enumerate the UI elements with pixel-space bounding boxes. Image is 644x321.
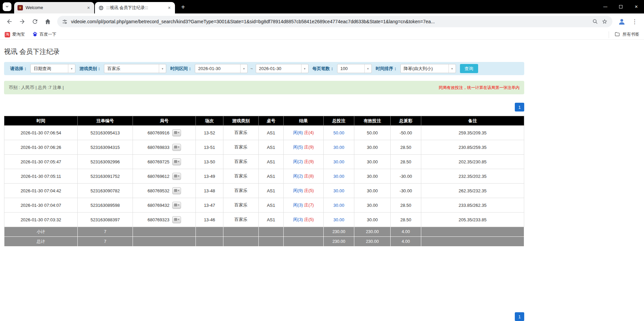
valid-bet: 50.00 [354, 126, 391, 140]
payout: 28.50 [391, 213, 421, 227]
valid-bet: 30.00 [354, 184, 391, 198]
page-1-button[interactable]: 1 [515, 103, 524, 111]
session-no: 13-47 [196, 198, 223, 213]
payout: 28.50 [391, 155, 421, 169]
globe-icon [98, 5, 104, 10]
round-cell: 680769916 [133, 126, 196, 140]
bookmark-star-icon[interactable] [602, 19, 608, 25]
page-1-button-bottom[interactable]: 1 [515, 312, 524, 321]
result-cell: 闲(9) 庄(5) [284, 184, 324, 198]
table-row: 2026-01-30 07:05:47 523163092996 6807697… [4, 155, 524, 169]
tab-welcome[interactable]: ♛ Welcome × [14, 2, 94, 13]
forward-button[interactable] [16, 15, 28, 28]
video-replay-button[interactable] [172, 202, 181, 209]
tab-betrecord[interactable]: :::视讯 会员下注纪录::: × [95, 2, 175, 13]
bet-time: 2026-01-30 07:05:47 [4, 155, 78, 169]
close-tab-icon[interactable]: × [166, 5, 172, 11]
query-type-select[interactable]: 日期查询 ▾ [30, 64, 75, 73]
total-row: 总计 7 230.00 230.00 4.00 [4, 237, 524, 247]
round-cell: 680769432 [133, 198, 196, 213]
close-window-button[interactable]: ✕ [629, 0, 644, 13]
note: 205.35/233.85 [421, 213, 524, 227]
bookmark-baidu[interactable]: 百度一下 [32, 31, 57, 38]
video-replay-button[interactable] [172, 129, 181, 136]
address-bar[interactable]: videoie.com/ipl/portal.php/game/betrecor… [57, 16, 612, 27]
result-cell: 闲(6) 庄(4) [284, 126, 324, 140]
total-bet-link[interactable]: 30.00 [333, 188, 345, 193]
video-replay-button[interactable] [172, 187, 181, 194]
round-cell: 680769612 [133, 169, 196, 184]
bookmark-taobao[interactable]: 淘 爱淘宝 [5, 32, 25, 37]
total-bet-link[interactable]: 30.00 [333, 203, 345, 208]
banker-result: 庄(5) [304, 217, 314, 222]
video-replay-button[interactable] [172, 216, 181, 223]
video-replay-button[interactable] [172, 144, 181, 151]
close-tab-icon[interactable]: × [85, 5, 92, 11]
table-row: 2026-01-30 07:06:54 523163095413 6807699… [4, 126, 524, 140]
video-camera-icon [174, 203, 179, 208]
new-tab-button[interactable]: + [178, 2, 188, 12]
bet-records-table: 时间 注单编号 局号 场次 游戏类别 桌号 结果 总投注 有效投注 总派彩 备注… [4, 116, 524, 247]
round-cell: 680769725 [133, 155, 196, 169]
game-type: 百家乐 [223, 169, 259, 184]
minimize-button[interactable]: — [598, 0, 613, 13]
total-bet-link[interactable]: 30.00 [333, 217, 345, 222]
sort-value: 降幂(由大到小) [401, 66, 449, 72]
bet-time: 2026-01-30 07:06:54 [4, 126, 78, 140]
round-id: 680769725 [147, 159, 169, 164]
total-bet-link[interactable]: 30.00 [333, 174, 345, 179]
date-from-select[interactable]: 2026-01-30 ▾ [195, 64, 248, 73]
search-button[interactable]: 查询 [460, 64, 478, 73]
all-bookmarks-button[interactable]: 所有书签 [609, 31, 639, 38]
table-no: AS1 [259, 184, 284, 198]
currency-summary-text: 币别 : 人民币 | 总共 :7 注单 | [9, 85, 64, 91]
reload-button[interactable] [29, 15, 41, 28]
chevron-down-icon: ▾ [364, 64, 371, 73]
valid-bet: 30.00 [354, 140, 391, 155]
subtotal-row: 小计 7 230.00 230.00 4.00 [4, 227, 524, 237]
banker-result: 庄(9) [304, 159, 314, 164]
game-type: 百家乐 [223, 140, 259, 155]
sort-select[interactable]: 降幂(由大到小) ▾ [400, 64, 456, 73]
notice-text: 同局有效投注，统一计算在该局第一张注单内 [439, 85, 520, 91]
total-payout: 4.00 [391, 237, 421, 247]
url-text[interactable]: videoie.com/ipl/portal.php/game/betrecor… [71, 19, 589, 24]
player-result: 闲(5) [293, 145, 303, 150]
tab-search-button[interactable] [3, 2, 11, 11]
game-type: 百家乐 [223, 155, 259, 169]
session-no: 13-51 [196, 140, 223, 155]
per-page-select[interactable]: 100 ▾ [337, 64, 372, 73]
site-settings-icon[interactable] [62, 19, 68, 25]
date-to-value: 2026-01-30 [256, 66, 301, 71]
result-cell: 闲(2) 庄(9) [284, 155, 324, 169]
home-button[interactable] [42, 15, 54, 28]
total-bet-link[interactable]: 30.00 [333, 145, 345, 150]
chevron-down-icon: ▾ [68, 64, 75, 73]
subtotal-payout: 4.00 [391, 227, 421, 237]
chevron-down-icon: ▾ [301, 64, 308, 73]
zoom-icon[interactable] [592, 19, 598, 25]
video-replay-button[interactable] [172, 158, 181, 165]
player-result: 闲(6) [293, 130, 303, 135]
bookmark-label: 爱淘宝 [12, 32, 25, 37]
total-bet-link[interactable]: 50.00 [333, 130, 345, 135]
date-to-select[interactable]: 2026-01-30 ▾ [256, 64, 309, 73]
banker-result: 庄(9) [304, 145, 314, 150]
col-game: 游戏类别 [223, 116, 259, 126]
subtotal-label: 小计 [4, 227, 78, 237]
session-no: 13-52 [196, 126, 223, 140]
total-bet-link[interactable]: 30.00 [333, 159, 345, 164]
total-label: 总计 [4, 237, 78, 247]
total-bet-cell: 30.00 [324, 184, 354, 198]
maximize-button[interactable] [613, 0, 629, 13]
game-type-select[interactable]: 百家乐 ▾ [104, 64, 166, 73]
date-from-value: 2026-01-30 [195, 66, 240, 71]
back-button[interactable] [3, 15, 15, 28]
table-no: AS1 [259, 169, 284, 184]
note: 233.85/262.35 [421, 198, 524, 213]
menu-kebab-icon[interactable]: ⋮ [629, 15, 641, 28]
table-row: 2026-01-30 07:05:11 523163091752 6807696… [4, 169, 524, 184]
profile-avatar[interactable] [616, 15, 628, 28]
video-replay-button[interactable] [172, 173, 181, 180]
chevron-down-icon: ▾ [240, 64, 247, 73]
